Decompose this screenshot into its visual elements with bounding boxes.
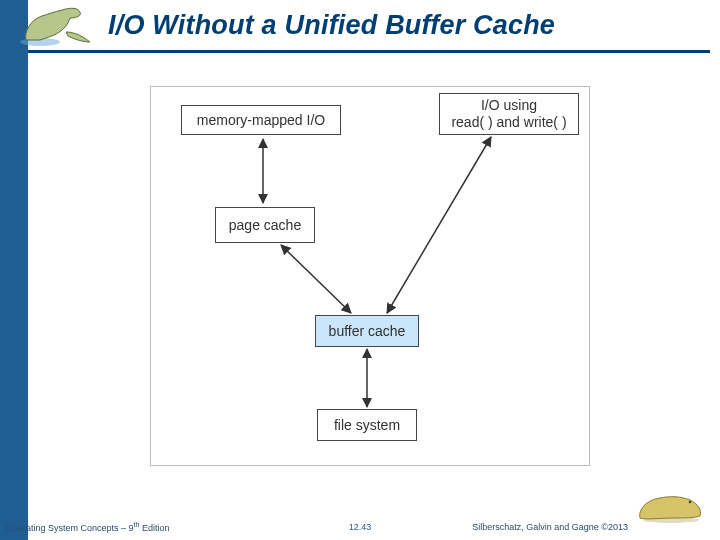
- dinosaur-blue-icon: [18, 2, 98, 48]
- node-label: file system: [334, 417, 400, 434]
- footer-copyright: Silberschatz, Galvin and Gagne ©2013: [472, 522, 628, 532]
- svg-point-6: [689, 501, 691, 503]
- node-io-read-write: I/O using read( ) and write( ): [439, 93, 579, 135]
- node-label: buffer cache: [329, 323, 406, 340]
- node-memory-mapped-io: memory-mapped I/O: [181, 105, 341, 135]
- node-label: I/O using read( ) and write( ): [451, 97, 566, 131]
- slide-footer: Operating System Concepts – 9th Edition …: [0, 518, 720, 536]
- slide-title: I/O Without a Unified Buffer Cache: [108, 10, 708, 41]
- node-label: page cache: [229, 217, 301, 234]
- title-underline: [28, 50, 710, 53]
- node-buffer-cache: buffer cache: [315, 315, 419, 347]
- svg-line-3: [387, 137, 491, 313]
- node-page-cache: page cache: [215, 207, 315, 243]
- title-area: I/O Without a Unified Buffer Cache: [28, 0, 720, 45]
- slide-root: I/O Without a Unified Buffer Cache memor…: [0, 0, 720, 540]
- svg-line-2: [281, 245, 351, 313]
- diagram-canvas: memory-mapped I/O I/O using read( ) and …: [150, 86, 590, 466]
- node-file-system: file system: [317, 409, 417, 441]
- accent-stripe: [0, 0, 28, 540]
- node-label: memory-mapped I/O: [197, 112, 325, 129]
